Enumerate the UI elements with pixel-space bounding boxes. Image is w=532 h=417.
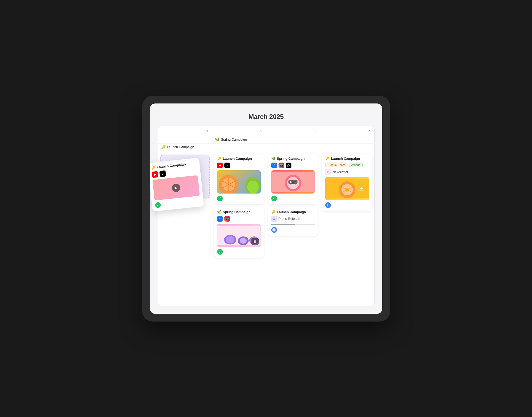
instagram-icon-c2: 📷 — [224, 216, 230, 222]
day-2-col: 🔑 Launch Campaign ▶ ♪ — [212, 151, 266, 306]
progress-bar — [271, 224, 315, 225]
month-title: March 2025 — [248, 113, 284, 121]
leaf-icon-c2c2: 🌿 — [217, 210, 221, 214]
facebook-icon-c3: f — [271, 163, 277, 168]
col3-card1-title: Spring Campaign — [277, 157, 305, 161]
spring-campaign-label: Spring Campaign — [221, 138, 247, 141]
day-4-header: 4 — [320, 126, 374, 136]
bar-col1-empty: — — [158, 136, 212, 143]
check-c2c1: ✓ — [217, 196, 223, 201]
day-1-header: 1 — [158, 126, 212, 136]
youtube-icon: ▶ — [152, 171, 158, 178]
col3-card2-title: Launch Campaign — [277, 210, 306, 214]
day-2-header: 2 — [212, 126, 266, 136]
launch-campaign-bar[interactable]: 🔑 Launch Campaign — [158, 143, 266, 151]
gif-badge: GIF — [288, 180, 297, 184]
day-3-col: 🌿 Spring Campaign f 📷 @ — [266, 151, 320, 306]
newsletter-row: ✉ Newsletter — [325, 169, 369, 175]
check-c2c2: ✓ — [217, 249, 223, 255]
instagram-icon-c3: 📷 — [279, 163, 284, 168]
svg-point-11 — [247, 181, 259, 194]
next-month-button[interactable]: → — [288, 114, 292, 119]
col2-launch-card[interactable]: 🔑 Launch Campaign ▶ ♪ — [214, 154, 264, 204]
col2-spring-card[interactable]: 🌿 Spring Campaign f 📷 — [214, 207, 264, 258]
newsletter-icon: ✉ — [325, 169, 331, 175]
product-team-tag: Product Team — [325, 163, 347, 167]
threads-icon-c3: @ — [286, 163, 291, 168]
grid-edit-icon: ⊞ — [251, 238, 259, 245]
calendar-grid: 1 2 3 4 — 🌿 Spring Campaign 🔑 — [158, 126, 375, 306]
bar-col4-empty: — — [320, 143, 374, 151]
key-icon-c4c1: 🔑 — [325, 157, 329, 161]
launch-campaign-bar-row: 🔑 Launch Campaign — — — [158, 143, 374, 151]
prev-month-button[interactable]: ← — [240, 114, 244, 119]
clock-c4c1: L — [325, 202, 331, 208]
tiktok-icon-c2: ♪ — [224, 163, 230, 168]
tiktok-icon: ♪ — [159, 170, 166, 177]
progress-fill — [271, 224, 295, 225]
key-icon-c3c2: 🔑 — [271, 210, 275, 214]
svg-point-17 — [240, 238, 247, 244]
day-4-col: 🔑 Launch Campaign Product Team Joshua ✉ … — [320, 151, 374, 306]
spring-leaf-icon: 🌿 — [215, 138, 219, 142]
press-icon: ⊟ — [271, 216, 277, 222]
floating-card-title: Launch Campaign — [156, 162, 186, 169]
calendar-container: ← March 2025 → 🔑 Launch Campaign ▶ ♪ — [150, 103, 382, 314]
floating-card[interactable]: 🔑 Launch Campaign ▶ ♪ ▶ ✓ — [150, 158, 204, 212]
svg-point-14 — [226, 236, 235, 243]
col2-card2-title: Spring Campaign — [223, 210, 251, 214]
spring-campaign-bar[interactable]: 🌿 Spring Campaign — [212, 136, 374, 143]
youtube-icon-c2: ▶ — [217, 163, 223, 168]
bar-col3-empty: — — [266, 143, 320, 151]
spring-campaign-bar-row: — 🌿 Spring Campaign — [158, 136, 374, 143]
launch-campaign-label: Launch Campaign — [167, 145, 194, 149]
col3-launch-press-card[interactable]: 🔑 Launch Campaign ⊟ Press Release 🕐 — [268, 207, 318, 236]
video-play-icon: ▶ — [171, 183, 180, 192]
tags-row: Product Team Joshua — [325, 163, 369, 167]
leaf-icon-c3c1: 🌿 — [271, 157, 275, 161]
day-3-header: 3 — [266, 126, 320, 136]
col4-launch-newsletter-card[interactable]: 🔑 Launch Campaign Product Team Joshua ✉ … — [322, 154, 372, 211]
press-release-label: Press Release — [279, 217, 300, 221]
clock-c3c2: 🕐 — [271, 227, 277, 233]
device-frame: ← March 2025 → 🔑 Launch Campaign ▶ ♪ — [142, 96, 390, 322]
launch-key-icon: 🔑 — [161, 145, 165, 149]
check-c3c1: ✓ — [271, 196, 277, 201]
press-release-row: ⊟ Press Release — [271, 216, 315, 222]
col2-card1-title: Launch Campaign — [223, 157, 252, 161]
calendar-header: ← March 2025 → — [158, 109, 375, 126]
column-headers: 1 2 3 4 — [158, 126, 374, 136]
newsletter-label: Newsletter — [332, 170, 348, 174]
joshua-tag: Joshua — [349, 163, 363, 167]
key-icon-c2c1: 🔑 — [217, 157, 221, 161]
col3-spring-card[interactable]: 🌿 Spring Campaign f 📷 @ — [268, 154, 318, 204]
screen: ← March 2025 → 🔑 Launch Campaign ▶ ♪ — [150, 103, 382, 314]
facebook-icon-c2: f — [217, 216, 223, 222]
check-badge: ✓ — [155, 202, 161, 208]
col4-card1-title: Launch Campaign — [331, 157, 360, 161]
